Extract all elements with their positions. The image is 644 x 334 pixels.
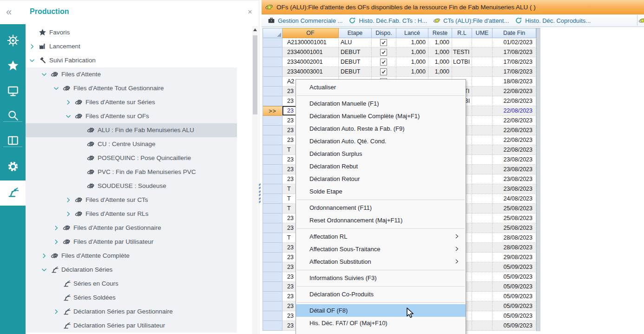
cell-reste[interactable]: 1,000	[428, 57, 452, 67]
cell-date-fin[interactable]: 05/09/2023	[493, 282, 536, 292]
tree-item-files-d-attente-sur-ofs[interactable]: Files d'Attente sur OFs	[26, 109, 252, 123]
cell-ume[interactable]	[472, 135, 493, 145]
cell-date-fin[interactable]: 25/08/2023	[493, 214, 536, 223]
cell-ume[interactable]	[472, 272, 493, 282]
rail-item-monitor[interactable]	[0, 79, 26, 104]
cell-date-fin[interactable]: 17/08/2023	[493, 57, 536, 67]
scrollbar-thumb[interactable]	[253, 35, 257, 114]
tab-cts-alu-file-d-attent[interactable]: CTs (ALU):File d'attent...	[433, 17, 509, 24]
cell-rl[interactable]	[452, 38, 472, 47]
tab-partial-icon[interactable]	[638, 17, 644, 24]
menu-item-d-claration-rebut[interactable]: Déclaration Rebut	[296, 160, 466, 173]
menu-item-ordonnancement-f11[interactable]: Ordonnancement (F11)	[296, 201, 466, 214]
panel-collapse-icon[interactable]: «	[6, 6, 12, 18]
row-header[interactable]	[263, 47, 283, 57]
cell-ume[interactable]	[472, 38, 493, 47]
cell-ume[interactable]	[472, 321, 493, 331]
menu-item-his-d-c-fat-of-maj-f10[interactable]: His. Déc. FAT/ OF (Maj+F10)	[296, 317, 466, 329]
cell-date-fin[interactable]: 05/09/2023	[493, 301, 536, 311]
chevron-down-icon[interactable]	[53, 85, 59, 92]
cell-etape[interactable]: DEBUT	[339, 47, 372, 57]
cell-date-fin[interactable]: 22/08/2023	[493, 126, 536, 135]
chevron-down-icon[interactable]	[65, 113, 72, 120]
tree-item-files-d-attente-par-utilisateur[interactable]: Files d'Attente par Utilisateur	[26, 235, 252, 249]
cell-ume[interactable]	[472, 126, 493, 135]
tree-item-files-d-attente-sur-rls[interactable]: Files d'Attente sur RLs	[26, 207, 252, 221]
chevron-right-icon[interactable]	[65, 99, 72, 106]
tab-gestion-commerciale[interactable]: Gestion Commerciale ...	[268, 17, 342, 24]
menu-item-affectation-substitution[interactable]: Affectation Substitution	[296, 255, 466, 268]
chevron-right-icon[interactable]	[53, 308, 59, 315]
tree-item-lancement[interactable]: Lancement	[26, 40, 252, 53]
row-header[interactable]	[263, 67, 283, 77]
cell-date-fin[interactable]: 22/08/2023	[493, 106, 536, 116]
cell-ume[interactable]	[472, 194, 493, 204]
checkbox-checked-icon[interactable]	[380, 59, 387, 66]
column-header-dispo-[interactable]: Dispo.	[372, 28, 396, 38]
tree-item-soudeuse-soudeuse[interactable]: SOUDEUSE : Soudeuse	[26, 179, 252, 193]
menu-item-actualiser[interactable]: Actualiser	[296, 81, 466, 94]
row-header[interactable]	[263, 155, 283, 165]
tree-item-files-d-attente-sur-cts[interactable]: Files d'Attente sur CTs	[26, 193, 252, 207]
cell-date-fin[interactable]: 22/08/2023	[493, 96, 536, 106]
cell-lance[interactable]: 1,000	[396, 47, 428, 57]
menu-item-informations-suivies-f3[interactable]: Informations Suivies (F3)	[296, 272, 466, 284]
menu-item-d-claration-co-produits[interactable]: Déclaration Co-Produits	[296, 288, 466, 301]
menu-item-affectation-sous-traitance[interactable]: Affectation Sous-Traitance	[296, 243, 466, 255]
cell-ume[interactable]	[472, 262, 493, 272]
cell-ume[interactable]	[472, 77, 493, 87]
menu-item-d-claration-retour[interactable]: Déclaration Retour	[296, 173, 466, 185]
cell-ume[interactable]	[472, 145, 493, 155]
cell-ume[interactable]	[472, 282, 493, 292]
rail-item-helm[interactable]	[0, 29, 26, 54]
chevron-right-icon[interactable]	[65, 197, 72, 203]
row-header[interactable]	[263, 311, 283, 321]
cell-dispo[interactable]	[372, 67, 396, 77]
cell-date-fin[interactable]: 28/08/2023	[493, 243, 536, 253]
row-header[interactable]	[263, 321, 283, 331]
cell-of[interactable]: A21300001001	[283, 38, 339, 47]
tree-item-files-d-attente-compl-te[interactable]: Files d'Attente Complète	[26, 249, 252, 263]
cell-etape[interactable]: DEBUT	[339, 57, 372, 67]
menu-item-reset-ordonnancement-maj-f11[interactable]: Reset Ordonnancement (Maj+F11)	[296, 214, 466, 227]
column-header-r-l[interactable]: R.L	[452, 28, 472, 38]
menu-item-solde-etape[interactable]: Solde Etape	[296, 185, 466, 198]
cell-ume[interactable]	[472, 184, 493, 194]
cell-date-fin[interactable]: 17/08/2023	[493, 47, 536, 57]
cell-ume[interactable]	[472, 116, 493, 126]
tree-item-s-ries-sold-es[interactable]: Séries Soldées	[26, 291, 252, 305]
row-header[interactable]	[263, 223, 283, 233]
cell-lance[interactable]: 1,000	[396, 38, 428, 47]
checkbox-checked-icon[interactable]	[380, 68, 387, 75]
tree-item-alu-fin-de-fab-menuiseries-alu[interactable]: ALU : Fin de Fab Menuiseries ALU	[26, 123, 252, 137]
cell-ume[interactable]	[472, 57, 493, 67]
row-header[interactable]	[263, 272, 283, 282]
row-header[interactable]	[263, 194, 283, 204]
rail-item-star[interactable]	[0, 54, 26, 79]
menu-item-d-claration-surplus[interactable]: Déclaration Surplus	[296, 147, 466, 160]
cell-lance[interactable]: 1,000	[396, 57, 428, 67]
column-header-lanc-[interactable]: Lancé	[396, 28, 428, 38]
cell-ume[interactable]	[472, 96, 493, 106]
row-header[interactable]	[263, 96, 283, 106]
cell-date-fin[interactable]: 28/08/2023	[493, 233, 536, 243]
cell-date-fin[interactable]: 05/09/2023	[493, 272, 536, 282]
cell-ume[interactable]	[472, 67, 493, 77]
column-header-date-fin[interactable]: Date Fin	[493, 28, 536, 38]
cell-date-fin[interactable]: 05/09/2023	[493, 262, 536, 272]
cell-reste[interactable]: 1,000	[428, 38, 452, 47]
row-header[interactable]	[263, 135, 283, 145]
cell-date-fin[interactable]: 23/08/2023	[493, 184, 536, 194]
row-header[interactable]	[263, 292, 283, 301]
cell-rl[interactable]	[452, 67, 472, 77]
cell-of[interactable]: 23340003001	[283, 67, 339, 77]
menu-item-d-tail-of-f8[interactable]: Détail OF (F8)	[296, 304, 466, 317]
menu-item-d-claration-manuelle-compl-te-maj-f1[interactable]: Déclaration Manuelle Complète (Maj+F1)	[296, 110, 466, 122]
cell-date-fin[interactable]: 23/08/2023	[493, 174, 536, 184]
cell-dispo[interactable]	[372, 57, 396, 67]
tree-item-cu-centre-usinage[interactable]: CU : Centre Usinage	[26, 137, 252, 151]
cell-date-fin[interactable]: 22/08/2023	[493, 135, 536, 145]
chevron-right-icon[interactable]	[29, 43, 35, 50]
cell-etape[interactable]: ALU	[339, 38, 372, 47]
cell-ume[interactable]	[472, 174, 493, 184]
